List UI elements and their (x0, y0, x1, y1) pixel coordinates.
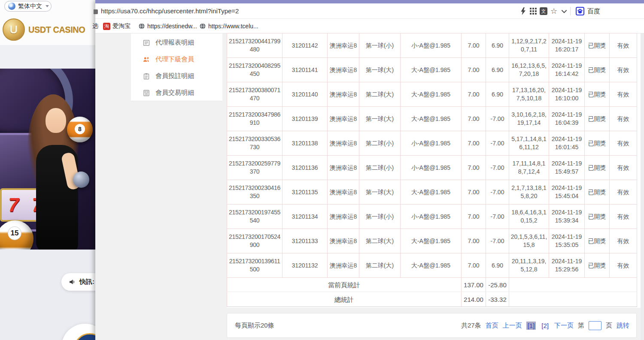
cell-content: 大-A盤@1.985 (401, 253, 462, 278)
billiard-ball-8: 8 (67, 117, 93, 142)
news-marquee: 快訊: (61, 273, 95, 291)
cell-valid: 有效 (610, 180, 637, 205)
cell-amount: 7.00 (462, 82, 486, 107)
cell-play: 第二球(小) (359, 131, 401, 156)
cell-time: 2024-11-19 16:20:17 (549, 33, 585, 58)
total-summary-label: 總統計 (227, 292, 462, 307)
cell-numbers: 17,11,14,8,18,7,12,4 (509, 156, 549, 180)
cell-bet_id: 2152173200197455540 (227, 205, 283, 229)
cell-status: 已開獎 (585, 82, 610, 107)
hero-image: 7 7 8 15 (0, 69, 95, 250)
cell-result: 6.90 (486, 33, 509, 58)
browser-addressbar: https://usa70.cc/hhcp/usercenter.html?in… (95, 3, 644, 19)
cell-lottery: 澳洲幸运8 (328, 58, 359, 82)
table-row: 215217320013961150031201132澳洲幸运8第二球(大)大-… (227, 253, 637, 278)
cell-lottery: 澳洲幸运8 (328, 180, 359, 205)
cell-status: 已開獎 (585, 229, 610, 253)
speaker-icon (69, 278, 76, 286)
cell-result: 6.90 (486, 253, 509, 278)
cell-play: 第一球(大) (359, 180, 401, 205)
cell-numbers: 16,12,13,6,5,7,20,18 (509, 58, 549, 82)
cell-content: 小-A盤@1.985 (401, 156, 462, 180)
cell-content: 大-A盤@1.985 (401, 107, 462, 131)
per-page-label: 每頁顯示20條 (235, 313, 274, 337)
cell-play: 第二球(大) (359, 229, 401, 253)
page-link[interactable]: [2] (540, 322, 550, 330)
cell-numbers: 20,1,5,3,6,11,15,8 (509, 229, 549, 253)
chevron-down-icon (46, 5, 49, 7)
jump-page-input[interactable] (589, 321, 601, 330)
cell-play: 第一球(大) (359, 58, 401, 82)
bookmark-item-taobao[interactable]: 淘 爱淘宝 (103, 19, 131, 33)
url-input[interactable]: https://usa70.cc/hhcp/usercenter.html?in… (101, 3, 239, 19)
cell-amount: 7.00 (462, 180, 486, 205)
browser-window: https://usa70.cc/hhcp/usercenter.html?in… (95, 0, 644, 340)
cell-status: 已開獎 (585, 107, 610, 131)
cell-status: 已開獎 (585, 33, 610, 58)
extensions-grid-icon[interactable] (529, 7, 537, 15)
casino-logo: U USDT CASINO (3, 15, 88, 44)
quick-access-icon[interactable] (519, 7, 527, 15)
translate-icon[interactable]: 文 (540, 7, 547, 15)
cell-bet_id: 2152173200330536730 (227, 131, 283, 156)
baidu-label[interactable]: 百度 (587, 3, 600, 19)
cell-content: 小-A盤@1.985 (401, 205, 462, 229)
total-summary-result: -33.32 (486, 292, 509, 307)
page-summary-label: 當前頁統計 (227, 278, 462, 292)
chevron-down-icon[interactable] (560, 7, 568, 15)
sidebar-item-member-bets[interactable]: 會員投註明細 (131, 68, 222, 84)
lock-icon (94, 9, 98, 14)
sidebar-item-label: 會員投註明細 (155, 72, 194, 80)
prev-page-link[interactable]: 上一页 (503, 322, 522, 330)
language-selector[interactable]: 繁体中文 (4, 1, 52, 12)
cell-result: -7.00 (486, 156, 509, 180)
cell-numbers: 17,13,16,20,7,5,10,18 (509, 82, 549, 107)
cell-issue: 31201140 (283, 82, 328, 107)
cell-result: -7.00 (486, 205, 509, 229)
table-row: 215217320040829545031201141澳洲幸运8第一球(大)大-… (227, 58, 637, 82)
cell-play: 第二球(大) (359, 253, 401, 278)
current-page-link[interactable]: [1] (526, 322, 536, 330)
total-count-label: 共27条 (461, 322, 481, 330)
cell-issue: 31201142 (283, 33, 328, 58)
cell-amount: 7.00 (462, 107, 486, 131)
cell-play: 第一球(大) (359, 107, 401, 131)
bookmark-item-tcelu[interactable]: https://www.tcelu... (199, 19, 258, 33)
cell-issue: 31201139 (283, 107, 328, 131)
baidu-paw-icon[interactable] (576, 7, 584, 15)
globe-language-icon (8, 3, 15, 10)
first-page-link[interactable]: 首页 (486, 322, 498, 330)
cell-amount: 7.00 (462, 131, 486, 156)
cell-result: -7.00 (486, 180, 509, 205)
screenshot-root: 繁体中文 U USDT CASINO 7 7 8 (0, 0, 644, 340)
report-icon (143, 39, 150, 46)
cell-bet_id: 2152173200230416350 (227, 180, 283, 205)
jump-action-link[interactable]: 跳转 (617, 322, 629, 330)
cell-status: 已開獎 (585, 253, 610, 278)
globe-icon (138, 23, 145, 30)
bookmark-item-destined[interactable]: https://destinedw... (138, 19, 197, 33)
cell-valid: 有效 (610, 205, 637, 229)
next-page-link[interactable]: 下一页 (554, 322, 574, 330)
bookmark-item-cut[interactable]: 选 (92, 19, 98, 33)
cell-content: 大-A盤@1.985 (401, 58, 462, 82)
table-row: 215217320023041635031201135澳洲幸运8第一球(大)大-… (227, 180, 637, 205)
cell-numbers: 2,1,7,13,18,15,8,20 (509, 180, 549, 205)
pagination-bar: 每頁顯示20條 共27条 首页 上一页 [1][2] 下一页 第 页 跳转 (227, 313, 637, 338)
sidebar-item-agent-members[interactable]: 代理下級會員 (131, 51, 222, 68)
cell-numbers: 18,6,4,16,3,10,15,2 (509, 205, 549, 229)
page-scrollbar[interactable] (641, 33, 644, 340)
cell-time: 2024-11-19 15:49:57 (549, 156, 585, 180)
cell-play: 第一球(小) (359, 205, 401, 229)
sidebar-item-label: 代理下級會員 (155, 55, 194, 63)
cell-result: 6.90 (486, 58, 509, 82)
sidebar-item-member-transactions[interactable]: 會員交易明細 (131, 84, 222, 101)
bookmark-star-icon[interactable]: ☆ (550, 7, 558, 15)
cell-valid: 有效 (610, 58, 637, 82)
globe-icon (199, 23, 206, 30)
cell-time: 2024-11-19 15:29:56 (549, 253, 585, 278)
sidebar-item-agent-report[interactable]: 代理報表明細 (131, 34, 222, 51)
cell-issue: 31201132 (283, 253, 328, 278)
casino-logo-text: USDT CASINO (28, 24, 85, 35)
page-summary-row: 當前頁統計 137.00 -25.80 (227, 278, 637, 292)
